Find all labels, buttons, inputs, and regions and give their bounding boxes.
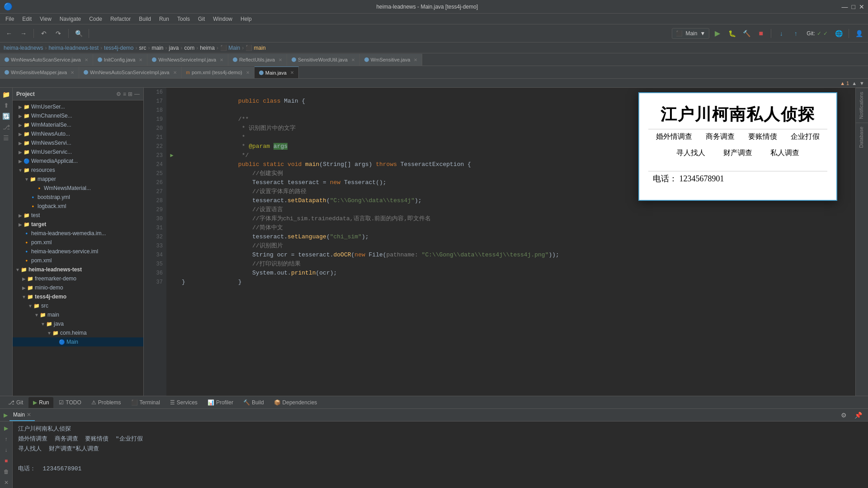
tree-item-bootstrap[interactable]: 🔹 bootstrap.yml: [13, 193, 143, 202]
menu-refactor[interactable]: Refactor: [107, 15, 134, 23]
tab-close[interactable]: ✕: [414, 57, 417, 62]
tree-item-WmNewsMaterial[interactable]: 🔸 WmNewsMaterial...: [13, 184, 143, 193]
tool-tab-problems[interactable]: ⚠ Problems: [87, 397, 126, 408]
tree-item-leadnews-wemedia-iml[interactable]: 🔹 heima-leadnews-wemedia.im...: [13, 229, 143, 238]
run-button[interactable]: ▶: [711, 27, 724, 40]
tab-InitConfig[interactable]: InitConfig.java ✕: [93, 54, 148, 66]
sidebar-git-icon[interactable]: ⎇: [1, 122, 11, 132]
git-push-button[interactable]: ↑: [789, 27, 802, 40]
tab-pom-tess4j[interactable]: m pom.xml (tess4j-demo) ✕: [182, 66, 255, 78]
breadcrumb-part-10[interactable]: ⬛ main: [245, 45, 265, 51]
tool-tab-profiler[interactable]: 📊 Profiler: [203, 397, 238, 408]
tree-item-src[interactable]: ▼ 📁 src: [13, 301, 143, 310]
menu-view[interactable]: View: [36, 15, 55, 23]
warning-indicator[interactable]: ▲ 1: [840, 81, 849, 86]
nav-up-button[interactable]: ▲: [852, 81, 857, 86]
tree-item-Main-java[interactable]: 🔵 Main: [13, 337, 143, 346]
tab-close[interactable]: ✕: [85, 57, 88, 62]
breadcrumb-part-9[interactable]: ⬛ Main: [220, 45, 240, 51]
menu-edit[interactable]: Edit: [19, 15, 35, 23]
panel-filter-icon[interactable]: ⊞: [128, 91, 132, 97]
tab-close[interactable]: ✕: [139, 57, 142, 62]
bottom-tab-main[interactable]: Main ✕: [9, 409, 35, 421]
tree-item-mapper[interactable]: ▼ 📁 mapper: [13, 175, 143, 184]
run-pin-button[interactable]: 📌: [852, 409, 864, 422]
tree-item-WemediaApplicat[interactable]: ▶ 🔵 WemediaApplicat...: [13, 156, 143, 166]
tree-item-WmChannelSe[interactable]: ▶ 📁 WmChannelSe...: [13, 111, 143, 120]
debug-button[interactable]: 🐛: [726, 27, 738, 40]
tab-WmNewsServiceImpl[interactable]: WmNewsServiceImpl.java ✕: [147, 54, 228, 66]
run-scroll-up-button[interactable]: ↑: [1, 434, 11, 444]
breadcrumb-part-8[interactable]: heima: [200, 45, 215, 51]
tree-item-WmNewsServi[interactable]: ▶ 📁 WmNewsServi...: [13, 138, 143, 147]
run-settings-button[interactable]: ⚙: [837, 409, 850, 422]
tool-tab-run[interactable]: ▶ Run: [28, 397, 53, 408]
tool-tab-services[interactable]: ☰ Services: [165, 397, 202, 408]
breadcrumb-part-3[interactable]: tess4j-demo: [104, 45, 133, 51]
tab-close[interactable]: ✕: [220, 57, 223, 62]
tree-item-pom1[interactable]: 🔸 pom.xml: [13, 238, 143, 247]
build-button[interactable]: 🔨: [740, 27, 753, 40]
tab-SensitiveWordUtil[interactable]: SensitiveWordUtil.java ✕: [287, 54, 360, 66]
panel-tab-database[interactable]: Database: [856, 123, 868, 152]
tree-item-target[interactable]: ▶ 📁 target: [13, 220, 143, 229]
tool-tab-todo[interactable]: ☑ TODO: [54, 397, 85, 408]
run-stop-button[interactable]: ■: [1, 456, 11, 466]
breadcrumb-part-1[interactable]: heima-leadnews: [4, 45, 43, 51]
tree-item-minio-demo[interactable]: ▶ 📁 minio-demo: [13, 283, 143, 292]
tree-item-resources[interactable]: ▼ 📁 resources: [13, 166, 143, 175]
breadcrumb-part-4[interactable]: src: [139, 45, 146, 51]
tab-close[interactable]: ✕: [246, 70, 250, 75]
menu-tools[interactable]: Tools: [174, 15, 193, 23]
panel-layout-icon[interactable]: ≡: [123, 91, 126, 97]
tab-Main-active[interactable]: Main.java ✕: [255, 66, 299, 78]
code-content[interactable]: 16 17 18 19 20 21 22 23 24 25 26 27 28 2…: [144, 88, 855, 396]
panel-tab-notifications[interactable]: Notifications: [856, 88, 868, 123]
redo-button[interactable]: ↷: [52, 27, 65, 40]
undo-button[interactable]: ↶: [38, 27, 50, 40]
run-tab-close[interactable]: ✕: [27, 412, 31, 418]
sidebar-commit-icon[interactable]: ⬆: [1, 100, 11, 110]
search-button[interactable]: 🔍: [72, 27, 85, 40]
tab-close[interactable]: ✕: [290, 70, 294, 75]
breadcrumb-part-7[interactable]: com: [184, 45, 195, 51]
tab-close[interactable]: ✕: [351, 57, 355, 62]
minimize-button[interactable]: —: [842, 3, 848, 10]
menu-run[interactable]: Run: [156, 15, 173, 23]
stop-button[interactable]: ■: [755, 27, 767, 40]
forward-button[interactable]: →: [17, 27, 30, 40]
tree-item-freemarker-demo[interactable]: ▶ 📁 freemarker-demo: [13, 274, 143, 283]
tree-item-WmNewsAuto[interactable]: ▶ 📁 WmNewsAuto...: [13, 129, 143, 138]
menu-window[interactable]: Window: [209, 15, 236, 23]
tree-item-logback[interactable]: 🔸 logback.xml: [13, 202, 143, 211]
tree-item-service-iml[interactable]: 🔹 heima-leadnews-service.iml: [13, 247, 143, 256]
menu-build[interactable]: Build: [135, 15, 155, 23]
tree-item-leadnews-test[interactable]: ▼ 📁 heima-leadnews-test: [13, 265, 143, 274]
close-button[interactable]: ✕: [859, 3, 864, 10]
tree-item-com-heima[interactable]: ▼ 📁 com.heima: [13, 328, 143, 337]
run-restart-button[interactable]: ▶: [1, 423, 11, 433]
user-icon[interactable]: 👤: [853, 27, 865, 40]
tree-item-main[interactable]: ▼ 📁 main: [13, 310, 143, 319]
tree-item-WmUserServic[interactable]: ▶ 📁 WmUserServic...: [13, 147, 143, 156]
breadcrumb-part-5[interactable]: main: [151, 45, 163, 51]
tree-item-test[interactable]: ▶ 📁 test: [13, 211, 143, 220]
tool-tab-dependencies[interactable]: 📦 Dependencies: [269, 397, 322, 408]
run-delete-button[interactable]: ✕: [1, 478, 11, 488]
back-button[interactable]: ←: [3, 27, 15, 40]
tab-close[interactable]: ✕: [71, 70, 74, 75]
tree-item-WmUserSer[interactable]: ▶ 📁 WmUserSer...: [13, 102, 143, 111]
run-gutter-icon[interactable]: ▶: [170, 151, 173, 160]
menu-help[interactable]: Help: [237, 15, 255, 23]
tool-tab-git[interactable]: ⎇ Git: [4, 397, 28, 408]
tab-WmSensitiveMapper[interactable]: WmSensitiveMapper.java ✕: [0, 66, 79, 78]
git-update-button[interactable]: ↓: [775, 27, 788, 40]
tab-WmSensitive[interactable]: WmSensitive.java ✕: [360, 54, 422, 66]
translate-button[interactable]: 🌐: [832, 27, 845, 40]
tree-item-WmMaterialSe[interactable]: ▶ 📁 WmMaterialSe...: [13, 120, 143, 129]
tree-item-java[interactable]: ▼ 📁 java: [13, 319, 143, 328]
maximize-button[interactable]: □: [852, 3, 855, 10]
sidebar-project-icon[interactable]: 📁: [1, 90, 11, 99]
sidebar-structure-icon[interactable]: ☰: [1, 133, 11, 143]
tool-tab-build[interactable]: 🔨 Build: [239, 397, 269, 408]
